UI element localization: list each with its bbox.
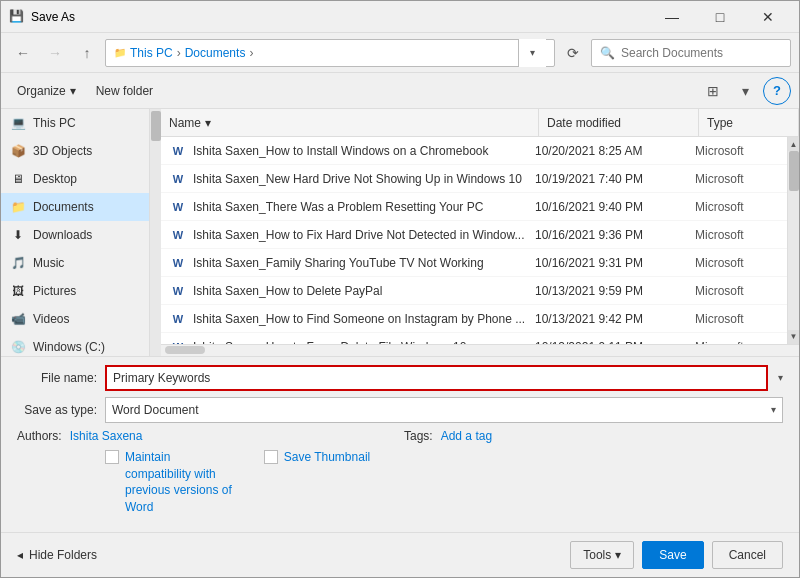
minimize-button[interactable]: — xyxy=(649,2,695,32)
file-row[interactable]: W Ishita Saxen_How to Force Delete File … xyxy=(161,333,787,344)
saveastype-row: Save as type: Word Document ▾ xyxy=(17,397,783,423)
toolbar: Organize ▾ New folder ⊞ ▾ ? xyxy=(1,73,799,109)
file-type: Microsoft xyxy=(687,144,787,158)
authors-value[interactable]: Ishita Saxena xyxy=(70,429,143,443)
address-dropdown-button[interactable]: ▾ xyxy=(518,39,546,67)
sidebar-item-desktop[interactable]: 🖥 Desktop xyxy=(1,165,149,193)
maximize-button[interactable]: □ xyxy=(697,2,743,32)
file-date: 10/20/2021 8:25 AM xyxy=(527,144,687,158)
address-path: This PC › Documents › xyxy=(130,46,518,60)
close-button[interactable]: ✕ xyxy=(745,2,791,32)
file-row[interactable]: W Ishita Saxen_There Was a Problem Reset… xyxy=(161,193,787,221)
dialog-title: Save As xyxy=(31,10,649,24)
file-row[interactable]: W Ishita Saxen_Family Sharing YouTube TV… xyxy=(161,249,787,277)
tags-value[interactable]: Add a tag xyxy=(441,429,492,443)
sidebar-item-this-pc[interactable]: 💻 This PC xyxy=(1,109,149,137)
file-name: Ishita Saxen_How to Delete PayPal xyxy=(193,284,382,298)
meta-row: Authors: Ishita Saxena Tags: Add a tag xyxy=(17,429,783,443)
file-row[interactable]: W Ishita Saxen_How to Find Someone on In… xyxy=(161,305,787,333)
view-button[interactable]: ⊞ xyxy=(699,77,727,105)
organize-button[interactable]: Organize ▾ xyxy=(9,77,84,105)
forward-button[interactable]: → xyxy=(41,39,69,67)
hide-folders-button[interactable]: ◂ Hide Folders xyxy=(17,548,97,562)
file-type: Microsoft xyxy=(687,284,787,298)
saveastype-value: Word Document xyxy=(112,403,198,417)
search-field[interactable]: 🔍 xyxy=(591,39,791,67)
path-documents[interactable]: Documents xyxy=(185,46,246,60)
thumbnail-label[interactable]: Save Thumbnail xyxy=(284,449,371,466)
word-file-icon: W xyxy=(169,142,187,160)
filename-input[interactable] xyxy=(105,365,768,391)
file-name: Ishita Saxen_How to Install Windows on a… xyxy=(193,144,488,158)
horizontal-scrollbar[interactable] xyxy=(161,344,799,356)
file-name: Ishita Saxen_New Hard Drive Not Showing … xyxy=(193,172,522,186)
scroll-up-button[interactable]: ▲ xyxy=(788,137,800,151)
file-name: Ishita Saxen_How to Find Someone on Inst… xyxy=(193,312,525,326)
tools-button[interactable]: Tools ▾ xyxy=(570,541,634,569)
sidebar-scrollbar[interactable] xyxy=(149,109,161,356)
column-date[interactable]: Date modified xyxy=(539,109,699,136)
refresh-button[interactable]: ⟳ xyxy=(559,39,587,67)
column-type[interactable]: Type xyxy=(699,109,799,136)
file-type: Microsoft xyxy=(687,256,787,270)
search-input[interactable] xyxy=(621,46,782,60)
column-name[interactable]: Name ▾ xyxy=(161,109,539,136)
address-bar: ← → ↑ 📁 This PC › Documents › ▾ ⟳ 🔍 xyxy=(1,33,799,73)
sidebar-scroll-track xyxy=(150,109,161,356)
h-scroll-thumb xyxy=(165,346,205,354)
sidebar-icon-documents: 📁 xyxy=(9,198,27,216)
sidebar-item-3d-objects[interactable]: 📦 3D Objects xyxy=(1,137,149,165)
file-row[interactable]: W Ishita Saxen_How to Install Windows on… xyxy=(161,137,787,165)
saveastype-dropdown[interactable]: Word Document ▾ xyxy=(105,397,783,423)
file-row[interactable]: W Ishita Saxen_How to Fix Hard Drive Not… xyxy=(161,221,787,249)
sidebar-item-downloads[interactable]: ⬇ Downloads xyxy=(1,221,149,249)
sidebar-label-desktop: Desktop xyxy=(33,172,77,186)
sidebar-item-music[interactable]: 🎵 Music xyxy=(1,249,149,277)
saveastype-arrow: ▾ xyxy=(771,404,776,415)
sidebar-item-videos[interactable]: 📹 Videos xyxy=(1,305,149,333)
compatibility-checkbox[interactable] xyxy=(105,450,119,464)
file-cell-name: W Ishita Saxen_How to Delete PayPal xyxy=(161,282,527,300)
file-cell-name: W Ishita Saxen_New Hard Drive Not Showin… xyxy=(161,170,527,188)
sidebar: 💻 This PC 📦 3D Objects 🖥 Desktop 📁 Docum… xyxy=(1,109,149,356)
file-area: Name ▾ Date modified Type W Ishita Sax xyxy=(161,109,799,356)
saveastype-label: Save as type: xyxy=(17,403,97,417)
filename-dropdown[interactable]: ▾ xyxy=(778,372,783,383)
compatibility-checkbox-item: Maintaincompatibility withprevious versi… xyxy=(105,449,232,516)
sidebar-item-windows-c[interactable]: 💿 Windows (C:) xyxy=(1,333,149,356)
file-row[interactable]: W Ishita Saxen_How to Delete PayPal 10/1… xyxy=(161,277,787,305)
thumbnail-checkbox[interactable] xyxy=(264,450,278,464)
word-file-icon: W xyxy=(169,226,187,244)
vertical-scrollbar[interactable]: ▲ ▼ xyxy=(787,137,799,344)
sidebar-label-videos: Videos xyxy=(33,312,69,326)
sidebar-icon-3d-objects: 📦 xyxy=(9,142,27,160)
file-type: Microsoft xyxy=(687,312,787,326)
help-button[interactable]: ? xyxy=(763,77,791,105)
organize-label: Organize xyxy=(17,84,66,98)
file-cell-name: W Ishita Saxen_There Was a Problem Reset… xyxy=(161,198,527,216)
sidebar-item-pictures[interactable]: 🖼 Pictures xyxy=(1,277,149,305)
sidebar-wrapper: 💻 This PC 📦 3D Objects 🖥 Desktop 📁 Docum… xyxy=(1,109,161,356)
tools-arrow: ▾ xyxy=(615,548,621,562)
cancel-button[interactable]: Cancel xyxy=(712,541,783,569)
new-folder-button[interactable]: New folder xyxy=(88,77,161,105)
new-folder-label: New folder xyxy=(96,84,153,98)
save-button[interactable]: Save xyxy=(642,541,703,569)
sidebar-label-pictures: Pictures xyxy=(33,284,76,298)
sidebar-item-documents[interactable]: 📁 Documents xyxy=(1,193,149,221)
path-this-pc[interactable]: This PC xyxy=(130,46,173,60)
address-field[interactable]: 📁 This PC › Documents › ▾ xyxy=(105,39,555,67)
file-date: 10/16/2021 9:31 PM xyxy=(527,256,687,270)
hide-folders-label: Hide Folders xyxy=(29,548,97,562)
file-cell-name: W Ishita Saxen_How to Fix Hard Drive Not… xyxy=(161,226,527,244)
scroll-down-button[interactable]: ▼ xyxy=(788,330,800,344)
file-row[interactable]: W Ishita Saxen_New Hard Drive Not Showin… xyxy=(161,165,787,193)
filename-row: File name: ▾ xyxy=(17,365,783,391)
toolbar-right: ⊞ ▾ ? xyxy=(699,77,791,105)
up-button[interactable]: ↑ xyxy=(73,39,101,67)
back-button[interactable]: ← xyxy=(9,39,37,67)
footer: ◂ Hide Folders Tools ▾ Save Cancel xyxy=(1,532,799,577)
view-dropdown-button[interactable]: ▾ xyxy=(731,77,759,105)
compatibility-label[interactable]: Maintaincompatibility withprevious versi… xyxy=(125,449,232,516)
sidebar-icon-this-pc: 💻 xyxy=(9,114,27,132)
